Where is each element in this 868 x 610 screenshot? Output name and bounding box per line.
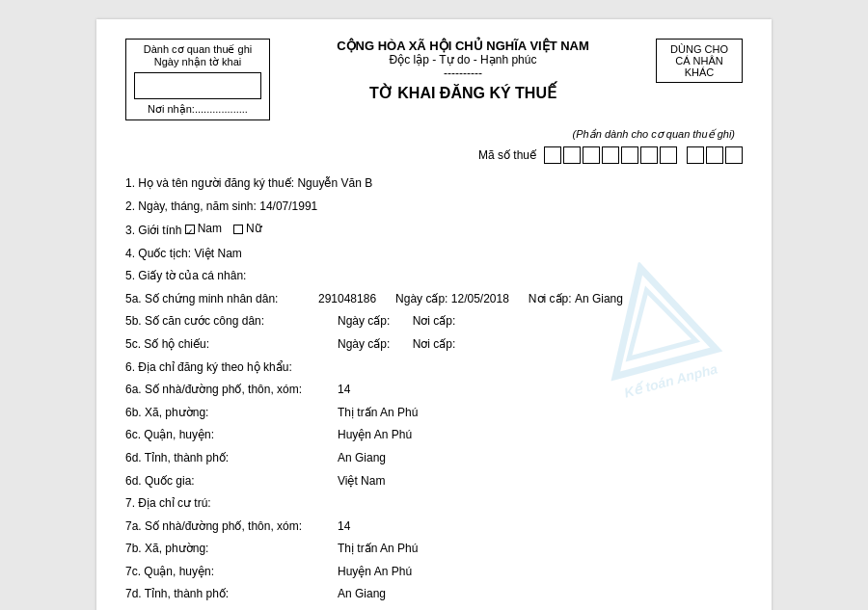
tax-box-2 bbox=[563, 146, 581, 164]
tax-box-4 bbox=[602, 146, 619, 164]
field5a-noicap-label: Nơi cấp: bbox=[529, 289, 572, 310]
left-box-line1: Dành cơ quan thuế ghi bbox=[134, 43, 261, 56]
document-area: Kế toán Anpha Dành cơ quan thuế ghi Ngày… bbox=[96, 19, 772, 610]
field6-label: 6. Địa chỉ đăng ký theo hộ khẩu: bbox=[125, 358, 292, 379]
field5-row: 5. Giấy tờ của cá nhân: bbox=[125, 266, 743, 287]
field3-label: 3. Giới tính bbox=[125, 221, 181, 242]
field5-label: 5. Giấy tờ của cá nhân: bbox=[125, 266, 246, 287]
field6e-value: Việt Nam bbox=[338, 471, 385, 492]
field5b-ngaycap-label: Ngày cấp: bbox=[338, 311, 390, 332]
field5b-label: 5b. Số căn cước công dân: bbox=[125, 311, 318, 332]
field6c-label: 6c. Quận, huyện: bbox=[125, 425, 338, 446]
field6b-label: 6b. Xã, phường: bbox=[125, 403, 338, 424]
field2-row: 2. Ngày, tháng, năm sinh: 14/07/1991 bbox=[125, 197, 743, 218]
field5b-row: 5b. Số căn cước công dân: Ngày cấp: Nơi … bbox=[125, 311, 743, 332]
dept-subtitle: (Phần dành cho cơ quan thuế ghi) bbox=[573, 128, 735, 141]
form-title: TỜ KHAI ĐĂNG KÝ THUẾ bbox=[270, 84, 656, 102]
tax-box-6 bbox=[640, 146, 658, 164]
field5c-label: 5c. Số hộ chiếu: bbox=[125, 334, 318, 356]
checkbox-nam: Nam bbox=[185, 219, 222, 240]
field6d-label: 6d. Tỉnh, thành phố: bbox=[125, 448, 338, 469]
field6d-value: An Giang bbox=[338, 448, 386, 469]
header-left-box: Dành cơ quan thuế ghi Ngày nhận tờ khai … bbox=[125, 39, 270, 120]
field7c-row: 7c. Quận, huyện: Huyện An Phú bbox=[125, 562, 743, 583]
form-section: 1. Họ và tên người đăng ký thuế: Nguyễn … bbox=[125, 173, 743, 610]
tax-id-label: Mã số thuế bbox=[478, 148, 536, 162]
field7c-value: Huyện An Phú bbox=[338, 562, 412, 583]
field5c-ngaycap-label: Ngày cấp: bbox=[338, 334, 390, 356]
label-nu: Nữ bbox=[246, 219, 262, 240]
header-center: CỘNG HÒA XÃ HỘI CHỦ NGHĨA VIỆT NAM Độc l… bbox=[270, 39, 656, 102]
field5c-row: 5c. Số hộ chiếu: Ngày cấp: Nơi cấp: bbox=[125, 334, 743, 356]
field7d-value: An Giang bbox=[338, 584, 386, 605]
field5a-ngaycap-label: Ngày cấp: bbox=[395, 289, 448, 310]
field1-label: 1. Họ và tên người đăng ký thuế: bbox=[125, 173, 294, 195]
field6-row: 6. Địa chỉ đăng ký theo hộ khẩu: bbox=[125, 358, 743, 379]
field7b-label: 7b. Xã, phường: bbox=[125, 539, 338, 560]
tax-id-boxes bbox=[544, 146, 743, 164]
field2-label: 2. Ngày, tháng, năm sinh: bbox=[125, 197, 257, 218]
doc-header: Dành cơ quan thuế ghi Ngày nhận tờ khai … bbox=[125, 39, 743, 120]
field6b-row: 6b. Xã, phường: Thị trấn An Phú bbox=[125, 403, 743, 424]
field6c-value: Huyện An Phú bbox=[338, 425, 412, 446]
field6e-label: 6d. Quốc gia: bbox=[125, 471, 338, 492]
field1-value: Nguyễn Văn B bbox=[297, 173, 372, 195]
country-name: CỘNG HÒA XÃ HỘI CHỦ NGHĨA VIỆT NAM bbox=[270, 39, 656, 53]
checkbox-nu: Nữ bbox=[233, 219, 262, 240]
field4-row: 4. Quốc tịch: Việt Nam bbox=[125, 244, 743, 265]
left-box-noi: Nơi nhận:.................. bbox=[134, 103, 261, 116]
field5a-label: 5a. Số chứng minh nhân dân: bbox=[125, 289, 318, 310]
field7d-label: 7d. Tỉnh, thành phố: bbox=[125, 584, 338, 605]
field7d-row: 7d. Tỉnh, thành phố: An Giang bbox=[125, 584, 743, 605]
separator: ---------- bbox=[270, 66, 656, 80]
tax-box-9 bbox=[706, 146, 723, 164]
left-box-date: Ngày nhận tờ khai bbox=[134, 56, 261, 68]
tax-box-7 bbox=[660, 146, 677, 164]
gender-group: Nam Nữ bbox=[185, 219, 262, 240]
page-container: Kế toán Anpha Dành cơ quan thuế ghi Ngày… bbox=[0, 0, 868, 610]
field6a-value: 14 bbox=[338, 380, 350, 401]
tax-box-3 bbox=[583, 146, 600, 164]
field5a-ngaycap-value: 12/05/2018 bbox=[451, 289, 509, 310]
field7b-row: 7b. Xã, phường: Thị trấn An Phú bbox=[125, 539, 743, 560]
field6a-row: 6a. Số nhà/đường phố, thôn, xóm: 14 bbox=[125, 380, 743, 401]
field7a-label: 7a. Số nhà/đường phố, thôn, xóm: bbox=[125, 517, 338, 538]
header-right-box: DÙNG CHO CÁ NHÂN KHÁC bbox=[656, 39, 743, 83]
field2-value: 14/07/1991 bbox=[259, 197, 317, 218]
left-box-inner bbox=[134, 72, 261, 99]
field5a-noicap-value: An Giang bbox=[575, 289, 623, 310]
tax-box-1 bbox=[544, 146, 561, 164]
field1-row: 1. Họ và tên người đăng ký thuế: Nguyễn … bbox=[125, 173, 743, 195]
tax-box-gap bbox=[679, 146, 685, 164]
field5b-noicap-label: Nơi cấp: bbox=[413, 311, 456, 332]
field5a-value: 291048186 bbox=[318, 289, 376, 310]
field6c-row: 6c. Quận, huyện: Huyện An Phú bbox=[125, 425, 743, 446]
field7-row: 7. Địa chỉ cư trú: bbox=[125, 493, 743, 515]
checkbox-nu-box bbox=[233, 225, 243, 234]
field5a-row: 5a. Số chứng minh nhân dân: 291048186 Ng… bbox=[125, 289, 743, 310]
field6a-label: 6a. Số nhà/đường phố, thôn, xóm: bbox=[125, 380, 338, 401]
field7-label: 7. Địa chỉ cư trú: bbox=[125, 493, 211, 515]
label-nam: Nam bbox=[198, 219, 222, 240]
field5c-noicap-label: Nơi cấp: bbox=[413, 334, 456, 356]
field7c-label: 7c. Quận, huyện: bbox=[125, 562, 338, 583]
field6e-row: 6d. Quốc gia: Việt Nam bbox=[125, 471, 743, 492]
tax-id-row: Mã số thuế bbox=[125, 146, 743, 164]
tax-box-10 bbox=[725, 146, 743, 164]
field7a-value: 14 bbox=[338, 517, 350, 538]
tax-box-5 bbox=[621, 146, 638, 164]
field4-value: Việt Nam bbox=[194, 244, 241, 265]
field4-label: 4. Quốc tịch: bbox=[125, 244, 191, 265]
field3-row: 3. Giới tính Nam Nữ bbox=[125, 219, 743, 241]
motto: Độc lập - Tự do - Hạnh phúc bbox=[270, 53, 656, 66]
field7a-row: 7a. Số nhà/đường phố, thôn, xóm: 14 bbox=[125, 517, 743, 538]
field7b-value: Thị trấn An Phú bbox=[338, 539, 418, 560]
tax-box-8 bbox=[687, 146, 704, 164]
field6d-row: 6d. Tỉnh, thành phố: An Giang bbox=[125, 448, 743, 469]
checkbox-nam-box bbox=[185, 225, 195, 234]
field6b-value: Thị trấn An Phú bbox=[338, 403, 418, 424]
